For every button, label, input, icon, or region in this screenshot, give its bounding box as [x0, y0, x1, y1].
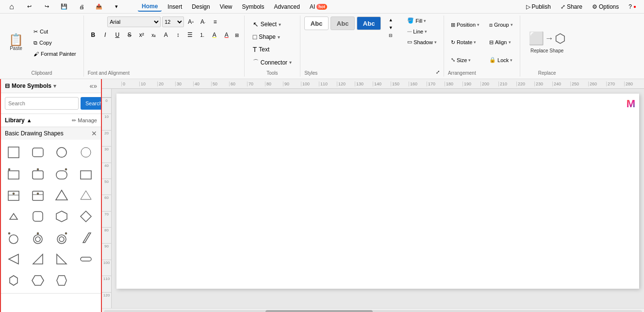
shape-square[interactable]	[4, 143, 23, 162]
subscript-btn[interactable]: x₂	[149, 30, 159, 40]
save-btn[interactable]: 💾	[56, 2, 72, 11]
rotate-btn[interactable]: ↻ Rotate ▾	[448, 38, 482, 47]
shrink-font-btn[interactable]: A-	[198, 16, 208, 27]
canvas-content[interactable]: M	[112, 89, 644, 308]
lock-btn[interactable]: 🔒 Lock ▾	[486, 56, 516, 64]
shape-hex-sm3[interactable]	[52, 271, 71, 290]
shape-btn[interactable]: □ Shape ▾	[248, 31, 296, 43]
search-btn[interactable]: Search	[81, 97, 102, 110]
paste-btn[interactable]: 📋 Paste	[4, 28, 28, 57]
connector-btn[interactable]: ⌒ Connector ▾	[248, 56, 296, 68]
tab-advanced[interactable]: Advanced	[270, 2, 304, 11]
shape-triangle-sm[interactable]	[4, 207, 23, 226]
shape-rounded-sq[interactable]	[28, 207, 48, 226]
manage-btn[interactable]: ✏ Manage	[72, 117, 97, 124]
position-btn[interactable]: ⊞ Position ▾	[448, 21, 482, 29]
shape-circle-dbl2[interactable]	[52, 228, 71, 247]
format-painter-btn[interactable]: 🖌 Format Painter	[30, 49, 80, 59]
size-btn[interactable]: ⤡ Size ▾	[448, 56, 482, 64]
tab-home[interactable]: Home	[138, 2, 162, 12]
align-btn[interactable]: ≡	[210, 16, 220, 27]
options-btn[interactable]: ⚙ Options	[588, 2, 623, 11]
bold-btn[interactable]: B	[88, 30, 99, 40]
shape-rect-dot-tl[interactable]	[4, 164, 23, 183]
shape-triangle[interactable]	[52, 185, 71, 205]
style-sample-1[interactable]: Abc	[304, 16, 329, 30]
replace-shape-btn[interactable]: ⬜ → ⬡ Replace Shape	[524, 29, 570, 56]
sidebar-dropdown-icon[interactable]: ▾	[53, 83, 56, 89]
shape-circle-thin[interactable]	[76, 143, 96, 162]
font-color-btn[interactable]: A	[221, 30, 232, 40]
shadow-btn[interactable]: ▭ Shadow ▾	[404, 38, 440, 46]
styles-scroll-up[interactable]: ▲	[383, 16, 398, 23]
shape-rounded-dot[interactable]	[28, 164, 48, 183]
help-btn[interactable]: ? ●	[625, 2, 640, 11]
shape-rounded2[interactable]	[52, 164, 71, 183]
underline-btn[interactable]: U	[112, 30, 123, 40]
sidebar-collapse-btn[interactable]: «»	[89, 82, 97, 90]
line-spacing-btn[interactable]: ↕	[173, 30, 183, 40]
shape-tri-right-sm[interactable]	[52, 249, 71, 269]
shape-hex-sm1[interactable]	[4, 271, 23, 290]
font-expand-btn[interactable]: ⊞	[233, 32, 240, 38]
publish-btn[interactable]: ▷ Publish	[522, 2, 555, 11]
styles-more[interactable]: ⊟	[383, 32, 398, 39]
styles-scroll-down[interactable]: ▼	[383, 24, 398, 31]
search-input[interactable]	[5, 97, 79, 110]
tab-symbols[interactable]: Symbols	[238, 2, 268, 11]
tab-view[interactable]: View	[216, 2, 236, 11]
print-btn[interactable]: 🖨	[74, 2, 89, 11]
numbering-btn[interactable]: 1.	[197, 30, 208, 40]
style-sample-3[interactable]: Abc	[357, 16, 381, 30]
shape-triangle-left[interactable]	[4, 249, 23, 269]
tab-ai[interactable]: AI hot	[306, 2, 331, 11]
style-sample-2[interactable]: Abc	[330, 16, 355, 30]
grow-font-btn[interactable]: A+	[185, 16, 196, 27]
share-btn[interactable]: ⤢ Share	[557, 2, 586, 11]
shape-rounded-rect[interactable]	[28, 143, 48, 162]
shape-parallelogram[interactable]	[76, 228, 96, 247]
ruler-mark: 80	[265, 82, 283, 86]
home-icon-btn[interactable]: ⌂	[4, 0, 19, 13]
superscript-btn[interactable]: x²	[136, 30, 147, 40]
scroll-thumb[interactable]	[265, 310, 373, 312]
highlight-btn[interactable]: A	[209, 30, 220, 40]
list-btn[interactable]: ☰	[185, 30, 196, 40]
cut-btn[interactable]: ✂ Cut	[30, 27, 80, 37]
styles-expand-arrow[interactable]: ⤢	[436, 69, 440, 75]
redo-btn[interactable]: ↪	[39, 2, 54, 11]
shape-pill[interactable]	[76, 249, 96, 269]
undo-btn[interactable]: ↩	[21, 2, 37, 11]
shape-circle-dbl[interactable]	[28, 228, 48, 247]
shape-diamond[interactable]	[76, 207, 96, 226]
export-btn[interactable]: 📤	[91, 2, 107, 11]
align-btn[interactable]: ⊟ Align ▾	[486, 38, 516, 47]
more-actions-btn[interactable]: ▾	[109, 2, 124, 11]
line-btn[interactable]: ─ Line ▾	[404, 27, 440, 36]
shape-circle[interactable]	[52, 143, 71, 162]
horizontal-scrollbar[interactable]	[102, 308, 644, 312]
shape-circle-dot[interactable]	[4, 228, 23, 247]
shape-hexagon[interactable]	[52, 207, 71, 226]
tab-insert[interactable]: Insert	[164, 2, 186, 11]
shape-rect-note[interactable]	[28, 185, 48, 205]
fill-btn[interactable]: 🪣 Fill ▾	[404, 16, 440, 25]
copy-btn[interactable]: ⧉ Copy	[30, 38, 80, 48]
group-btn[interactable]: ⧈ Group ▾	[486, 21, 516, 29]
shape-section-close-btn[interactable]: ✕	[91, 130, 97, 137]
text-direction-btn[interactable]: A	[161, 30, 171, 40]
shape-triangle-outline[interactable]	[76, 185, 96, 205]
strikethrough-btn[interactable]: S	[124, 30, 135, 40]
shape-rect-plain[interactable]	[76, 164, 96, 183]
text-btn[interactable]: T Text	[248, 44, 296, 55]
shape-section-header[interactable]: Basic Drawing Shapes ✕	[1, 127, 101, 140]
scroll-track[interactable]	[104, 310, 642, 312]
italic-btn[interactable]: I	[100, 30, 111, 40]
shape-container[interactable]	[4, 185, 23, 205]
shape-hex-sm2[interactable]	[28, 271, 48, 290]
select-btn[interactable]: ↖ Select ▾	[248, 18, 296, 30]
font-name-select[interactable]: Arial	[107, 16, 161, 27]
tab-design[interactable]: Design	[188, 2, 214, 11]
shape-tri-right-up[interactable]	[28, 249, 48, 269]
font-size-select[interactable]: 12	[162, 16, 184, 27]
